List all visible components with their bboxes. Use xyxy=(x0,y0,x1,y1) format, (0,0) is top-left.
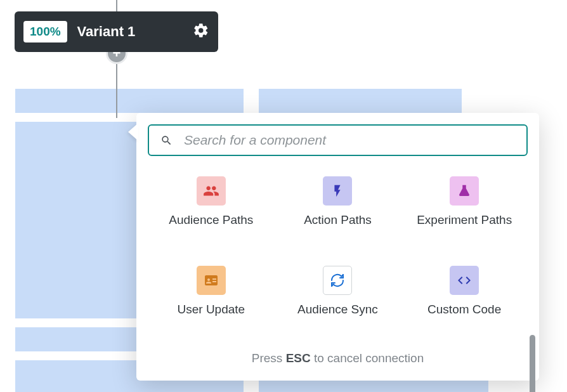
component-label: Action Paths xyxy=(304,213,372,227)
component-audience-paths[interactable]: Audience Paths xyxy=(148,176,275,251)
component-custom-code[interactable]: Custom Code xyxy=(401,266,528,340)
bolt-icon xyxy=(323,176,352,206)
footer-hint: Press ESC to cancel connection xyxy=(148,340,528,381)
bg-placeholder xyxy=(259,89,462,113)
footer-prefix: Press xyxy=(252,351,286,365)
component-label: User Update xyxy=(177,303,245,317)
bg-placeholder xyxy=(15,89,244,113)
code-icon xyxy=(450,266,479,295)
users-icon xyxy=(197,176,226,206)
search-icon xyxy=(160,134,173,147)
gear-icon[interactable] xyxy=(193,22,209,41)
component-audience-sync[interactable]: Audience Sync xyxy=(275,266,401,340)
flask-icon xyxy=(450,176,479,206)
component-label: Experiment Paths xyxy=(417,213,512,227)
component-label: Audience Paths xyxy=(169,213,253,227)
search-input[interactable] xyxy=(184,133,515,148)
panel-pointer xyxy=(128,123,138,141)
variant-label: Variant 1 xyxy=(77,23,183,40)
footer-key: ESC xyxy=(286,351,311,365)
component-picker-panel: Audience Paths Action Paths Experiment P… xyxy=(136,113,539,381)
component-action-paths[interactable]: Action Paths xyxy=(275,176,401,251)
search-field-wrap[interactable] xyxy=(148,124,528,156)
id-card-icon xyxy=(197,266,226,295)
component-label: Custom Code xyxy=(427,303,501,317)
variant-card[interactable]: 100% Variant 1 xyxy=(15,11,218,52)
component-experiment-paths[interactable]: Experiment Paths xyxy=(401,176,528,251)
variant-percent-badge: 100% xyxy=(23,21,67,42)
sync-icon xyxy=(323,266,352,295)
footer-suffix: to cancel connection xyxy=(311,351,424,365)
component-grid: Audience Paths Action Paths Experiment P… xyxy=(148,176,528,340)
component-label: Audience Sync xyxy=(297,303,378,317)
component-user-update[interactable]: User Update xyxy=(148,266,275,340)
scrollbar-thumb[interactable] xyxy=(530,335,535,392)
